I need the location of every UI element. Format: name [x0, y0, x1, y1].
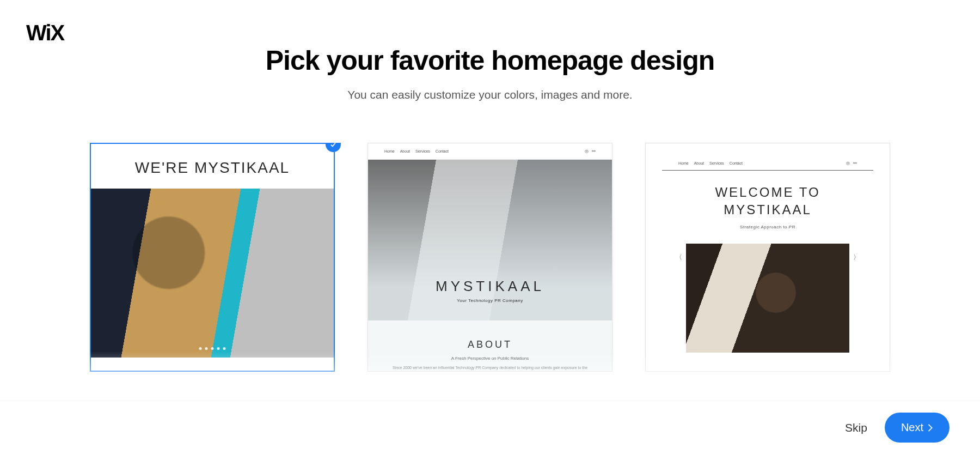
template-cards-row: WE'RE MYSTIKAAL ABOUT OUR TECHNOLOGY PR …	[0, 143, 980, 372]
card3-hero-image	[686, 244, 849, 353]
card1-hero-image	[91, 189, 334, 358]
card1-title: WE'RE MYSTIKAAL	[91, 144, 334, 189]
page-header: Pick your favorite homepage design You c…	[0, 0, 980, 101]
card2-about-body: Since 2000 we've been an influential Tec…	[390, 365, 590, 372]
carousel-prev-icon[interactable]: 〈	[676, 253, 682, 262]
wix-logo: WiX	[26, 21, 64, 45]
card2-nav-bar: Home About Services Contact ◎ ⚯	[368, 143, 612, 160]
page-title: Pick your favorite homepage design	[0, 45, 980, 76]
carousel-next-icon[interactable]: 〉	[853, 253, 860, 262]
chevron-right-icon	[928, 424, 933, 432]
template-card-3[interactable]: Home About Services Contact ◎ ⚯ WELCOME …	[645, 143, 890, 372]
nav-item: About	[694, 161, 704, 165]
card1-section-title: ABOUT OUR TECHNOLOGY PR	[91, 358, 334, 372]
instagram-icon: ◎	[846, 161, 850, 166]
card2-about-sub: A Fresh Perspective on Public Relations	[390, 356, 590, 361]
card2-tagline: Your Technology PR Company	[368, 298, 612, 303]
nav-item: Services	[709, 161, 724, 165]
card2-hero-image: MYSTIKAAL Your Technology PR Company	[368, 160, 612, 320]
next-label: Next	[901, 421, 923, 434]
template-cards-container: WE'RE MYSTIKAAL ABOUT OUR TECHNOLOGY PR …	[0, 143, 980, 372]
carousel-dots	[199, 347, 226, 350]
link-icon: ⚯	[592, 149, 596, 154]
card3-nav-bar: Home About Services Contact ◎ ⚯	[662, 155, 873, 171]
nav-item: Home	[384, 149, 395, 153]
card2-about-section: ABOUT A Fresh Perspective on Public Rela…	[368, 320, 612, 372]
card2-about-heading: ABOUT	[390, 339, 590, 350]
card2-title: MYSTIKAAL	[368, 278, 612, 295]
nav-item: Contact	[730, 161, 743, 165]
template-card-1[interactable]: WE'RE MYSTIKAAL ABOUT OUR TECHNOLOGY PR	[90, 143, 335, 372]
nav-item: About	[400, 149, 410, 153]
nav-item: Contact	[436, 149, 449, 153]
link-icon: ⚯	[853, 161, 857, 166]
nav-item: Services	[415, 149, 430, 153]
nav-item: Home	[678, 161, 689, 165]
card3-tagline: Strategic Approach to PR	[646, 225, 890, 229]
next-button[interactable]: Next	[885, 413, 950, 443]
page-subtitle: You can easily customize your colors, im…	[0, 88, 980, 101]
instagram-icon: ◎	[585, 149, 589, 154]
template-card-2[interactable]: Home About Services Contact ◎ ⚯ MYSTIKAA…	[367, 143, 612, 372]
skip-button[interactable]: Skip	[845, 421, 867, 434]
card3-title: WELCOME TO MYSTIKAAL	[646, 184, 890, 219]
footer-bar: Skip Next	[0, 401, 980, 454]
